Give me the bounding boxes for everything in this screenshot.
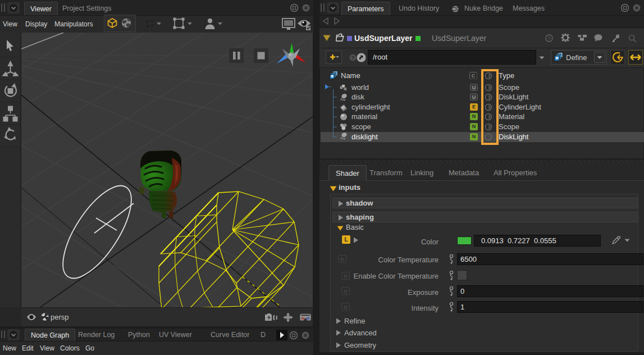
svg-text:?: ? bbox=[547, 36, 550, 42]
svg-text:?: ? bbox=[351, 55, 355, 61]
svg-text:C: C bbox=[472, 73, 476, 79]
svg-text:U: U bbox=[472, 94, 476, 100]
svg-text:U: U bbox=[472, 85, 476, 90]
